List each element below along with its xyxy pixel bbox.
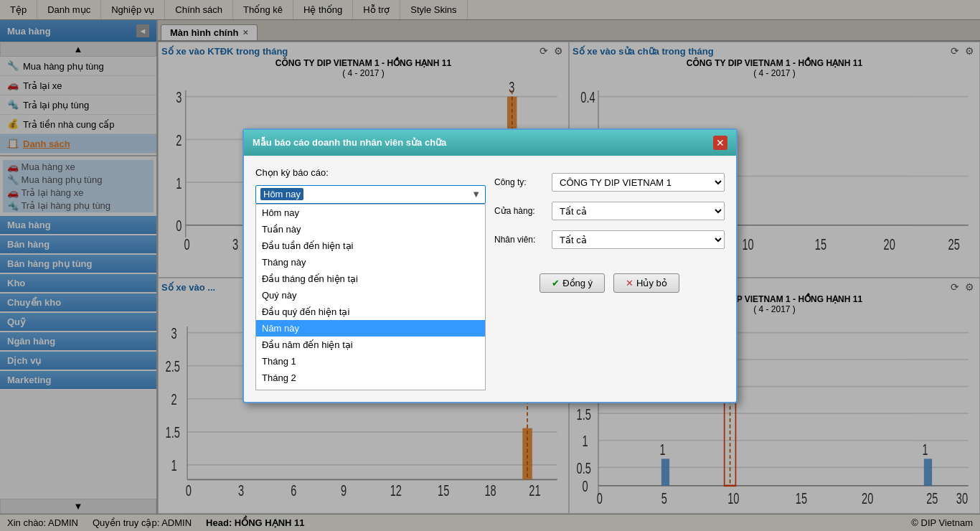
cuahang-select[interactable]: Tất cả (552, 202, 725, 220)
ky-option-0[interactable]: Hôm nay (256, 205, 485, 221)
ky-option-10[interactable]: Tháng 2 (256, 370, 485, 386)
cuahang-label: Cửa hàng: (494, 206, 546, 216)
congty-row: Công ty: CÔNG TY DIP VIETNAM 1 (494, 173, 725, 192)
congty-select[interactable]: CÔNG TY DIP VIETNAM 1 (552, 173, 725, 192)
modal-buttons: ✔ Đồng ý ✕ Hủy bỏ (494, 273, 725, 293)
cancel-label: Hủy bỏ (636, 278, 667, 288)
modal-body: Chọn kỳ báo cáo: Hôm nay ▼ Hôm nay Tuần … (244, 156, 736, 402)
cuahang-row: Cửa hàng: Tất cả (494, 202, 725, 220)
modal: Mẫu báo cáo doanh thu nhân viên sửa chữa… (242, 128, 738, 403)
nhanvien-select[interactable]: Tất cả (552, 230, 725, 249)
ky-option-2[interactable]: Đầu tuần đến hiện tại (256, 238, 485, 254)
ky-bao-cao-label: Chọn kỳ báo cáo: (255, 167, 486, 178)
modal-overlay[interactable]: Mẫu báo cáo doanh thu nhân viên sửa chữa… (0, 0, 980, 531)
congty-label: Công ty: (494, 177, 546, 187)
nhanvien-row: Nhân viên: Tất cả (494, 230, 725, 249)
ky-option-6[interactable]: Đầu quý đến hiện tại (256, 304, 485, 320)
ky-option-5[interactable]: Quý này (256, 287, 485, 304)
ky-bao-cao-selected[interactable]: Hôm nay ▼ (255, 185, 486, 204)
ok-icon: ✔ (552, 278, 560, 288)
ky-option-9[interactable]: Tháng 1 (256, 353, 485, 370)
dropdown-arrow-icon: ▼ (471, 189, 481, 199)
ky-option-11[interactable]: Tháng 3 (256, 386, 485, 390)
cancel-icon: ✕ (626, 278, 633, 288)
nhanvien-label: Nhân viên: (494, 235, 546, 245)
modal-close-button[interactable]: ✕ (713, 136, 727, 150)
cancel-button[interactable]: ✕ Hủy bỏ (613, 273, 679, 293)
ok-button[interactable]: ✔ Đồng ý (540, 273, 605, 293)
ky-option-7[interactable]: Năm này (256, 320, 485, 337)
modal-left: Chọn kỳ báo cáo: Hôm nay ▼ Hôm nay Tuần … (255, 167, 486, 390)
ky-option-1[interactable]: Tuần này (256, 221, 485, 238)
modal-header: Mẫu báo cáo doanh thu nhân viên sửa chữa… (244, 130, 736, 156)
modal-right: Công ty: CÔNG TY DIP VIETNAM 1 Cửa hàng:… (494, 167, 725, 390)
ky-bao-cao-list: Hôm nay Tuần này Đầu tuần đến hiện tại T… (255, 204, 486, 390)
ky-bao-cao-dropdown[interactable]: Hôm nay ▼ Hôm nay Tuần này Đầu tuần đến … (255, 185, 486, 390)
ky-bao-cao-value: Hôm nay (260, 188, 303, 200)
ky-option-8[interactable]: Đầu năm đến hiện tại (256, 337, 485, 353)
ky-option-4[interactable]: Đầu tháng đến hiện tại (256, 271, 485, 287)
modal-title: Mẫu báo cáo doanh thu nhân viên sửa chữa (253, 137, 446, 148)
ky-option-3[interactable]: Tháng này (256, 254, 485, 271)
ok-label: Đồng ý (562, 278, 593, 288)
